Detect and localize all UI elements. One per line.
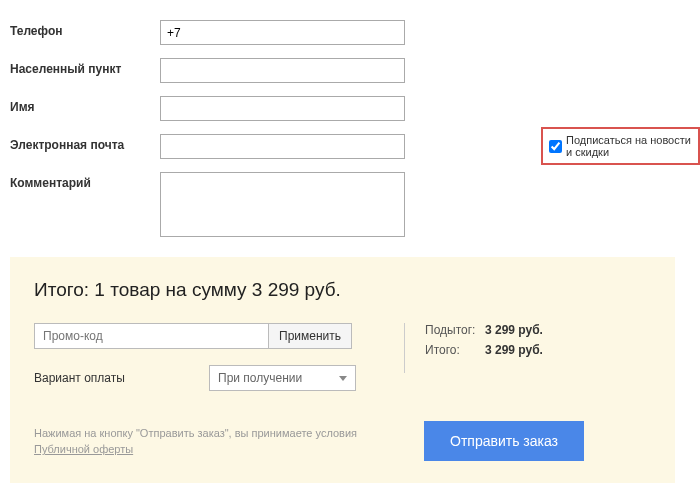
payment-selected-value: При получении bbox=[218, 371, 302, 385]
subscribe-label: Подписаться на новости и скидки bbox=[566, 134, 692, 158]
public-offer-link[interactable]: Публичной оферты bbox=[34, 443, 133, 455]
comment-textarea[interactable] bbox=[160, 172, 405, 237]
total-value: 3 299 руб. bbox=[485, 343, 543, 357]
submit-order-button[interactable]: Отправить заказ bbox=[424, 421, 584, 461]
city-input[interactable] bbox=[160, 58, 405, 83]
totals-block: Подытог: 3 299 руб. Итого: 3 299 руб. bbox=[425, 323, 543, 363]
promo-apply-button[interactable]: Применить bbox=[269, 323, 352, 349]
vertical-divider bbox=[404, 323, 405, 373]
subtotal-label: Подытог: bbox=[425, 323, 485, 337]
total-label: Итого: bbox=[425, 343, 485, 357]
payment-label: Вариант оплаты bbox=[34, 371, 209, 385]
city-label: Населенный пункт bbox=[10, 58, 160, 76]
name-label: Имя bbox=[10, 96, 160, 114]
payment-select[interactable]: При получении bbox=[209, 365, 356, 391]
email-input[interactable] bbox=[160, 134, 405, 159]
email-label: Электронная почта bbox=[10, 134, 160, 152]
subtotal-value: 3 299 руб. bbox=[485, 323, 543, 337]
subscribe-highlight: Подписаться на новости и скидки bbox=[541, 127, 700, 165]
comment-label: Комментарий bbox=[10, 172, 160, 190]
phone-input[interactable] bbox=[160, 20, 405, 45]
subscribe-checkbox[interactable] bbox=[549, 140, 562, 153]
phone-label: Телефон bbox=[10, 20, 160, 38]
name-input[interactable] bbox=[160, 96, 405, 121]
promo-input[interactable] bbox=[34, 323, 269, 349]
disclaimer-text: Нажимая на кнопку "Отправить заказ", вы … bbox=[34, 425, 404, 458]
summary-title: Итого: 1 товар на сумму 3 299 руб. bbox=[34, 279, 651, 301]
order-summary: Итого: 1 товар на сумму 3 299 руб. Приме… bbox=[10, 257, 675, 483]
